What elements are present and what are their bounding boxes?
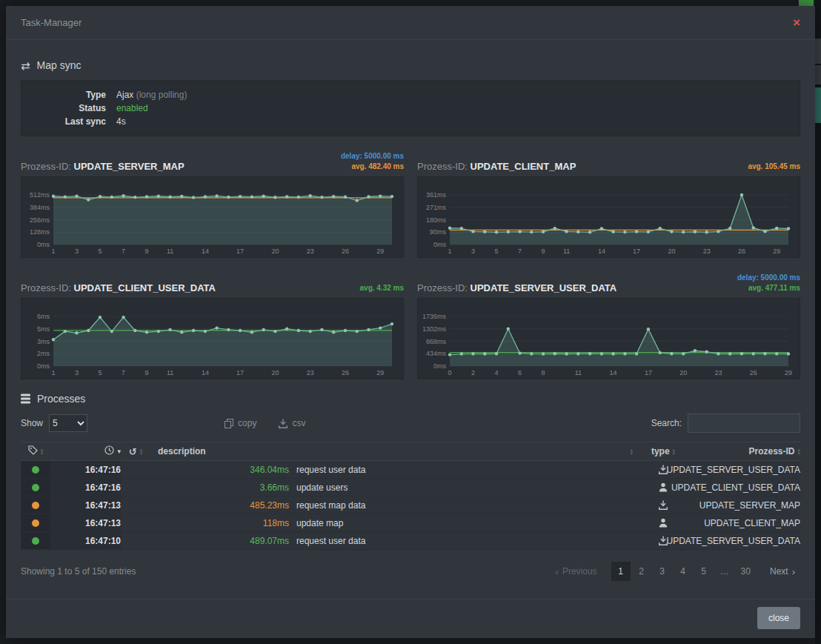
prozess-id-cell: UPDATE_CLIENT_MAP — [689, 514, 800, 531]
charts-grid: Prozess-ID: UPDATE_SERVER_MAP delay: 500… — [21, 147, 800, 379]
table-row[interactable]: 16:47:10489.07msrequest user dataUPDATE_… — [21, 532, 800, 550]
pagination-page-30[interactable]: 30 — [736, 562, 756, 581]
svg-text:23: 23 — [703, 248, 711, 255]
user-icon — [659, 518, 668, 528]
svg-text:20: 20 — [271, 369, 279, 376]
chart-canvas: 0ms90ms180ms271ms361ms135791114172023262… — [423, 183, 794, 256]
svg-text:17: 17 — [633, 248, 640, 255]
header-status-column[interactable] — [21, 445, 50, 457]
header-duration-column[interactable]: ↺ — [121, 447, 150, 457]
modal-close-icon[interactable]: × — [793, 16, 800, 29]
pagination-page-1[interactable]: 1 — [611, 562, 631, 581]
table-row[interactable]: 16:47:13485.23msrequest map dataUPDATE_S… — [21, 497, 800, 514]
copy-button[interactable]: copy — [225, 418, 256, 428]
svg-text:2: 2 — [471, 369, 475, 376]
svg-text:11: 11 — [167, 248, 173, 255]
search-label: Search: — [651, 418, 682, 428]
svg-text:361ms: 361ms — [426, 191, 447, 199]
svg-text:26: 26 — [750, 369, 757, 376]
type-cell — [637, 514, 689, 531]
svg-text:7: 7 — [122, 248, 125, 255]
copy-icon — [225, 419, 233, 428]
csv-button[interactable]: csv — [279, 418, 305, 428]
svg-text:9: 9 — [542, 248, 545, 255]
chart-canvas: 0ms434ms868ms1302ms1736ms024681114172023… — [423, 305, 794, 377]
svg-text:868ms: 868ms — [426, 338, 447, 345]
svg-text:0ms: 0ms — [433, 362, 447, 370]
chevron-right-icon: › — [792, 566, 795, 577]
status-dot — [32, 466, 39, 474]
svg-text:20: 20 — [679, 369, 687, 376]
pagination-page-3[interactable]: 3 — [653, 562, 672, 581]
svg-text:17: 17 — [236, 369, 244, 376]
info-row-last-sync: Last sync 4s — [33, 115, 788, 128]
sort-icon — [140, 448, 143, 455]
status-dot-cell — [21, 514, 50, 531]
last-sync-value: 4s — [116, 115, 126, 128]
map-sync-info-panel: Type Ajax (long polling) Status enabled … — [21, 80, 800, 136]
chevron-left-icon: ‹ — [556, 566, 559, 577]
svg-text:14: 14 — [598, 248, 605, 255]
pagination-page-2[interactable]: 2 — [632, 562, 651, 581]
svg-text:11: 11 — [167, 369, 173, 376]
sort-icon — [41, 448, 44, 455]
pagination-page-4[interactable]: 4 — [674, 562, 693, 581]
svg-text:8: 8 — [542, 369, 545, 376]
table-row[interactable]: 16:47:163.66msupdate usersUPDATE_CLIENT_… — [21, 479, 800, 497]
info-row-type: Type Ajax (long polling) — [33, 88, 788, 102]
chart-avg-label: avg. 477.11 ms — [737, 283, 800, 293]
svg-text:29: 29 — [785, 369, 792, 376]
chart-panel: 0ms90ms180ms271ms361ms135791114172023262… — [417, 176, 800, 258]
svg-text:256ms: 256ms — [30, 216, 50, 224]
chart-meta: delay: 5000.00 ms avg. 482.40 ms — [341, 151, 404, 172]
svg-text:512ms: 512ms — [30, 191, 50, 199]
show-entries-select[interactable]: 5 — [49, 414, 87, 432]
svg-text:384ms: 384ms — [30, 204, 50, 211]
svg-text:5: 5 — [98, 369, 102, 376]
header-type-column[interactable]: type — [637, 446, 689, 457]
page-scrollbar[interactable] — [815, 0, 821, 644]
processes-title: Processes — [37, 393, 85, 405]
chart-avg-label: avg. 482.40 ms — [341, 162, 404, 172]
svg-text:1302ms: 1302ms — [423, 325, 446, 333]
status-dot-cell — [21, 497, 50, 514]
search-input[interactable] — [688, 414, 800, 433]
table-row[interactable]: 16:47:16346.04msrequest user dataUPDATE_… — [21, 461, 800, 479]
pagination-previous[interactable]: ‹Previous — [551, 562, 602, 581]
table-row[interactable]: 16:47:13118msupdate mapUPDATE_CLIENT_MAP — [21, 514, 800, 532]
svg-text:0: 0 — [448, 369, 451, 376]
type-label: Type — [33, 88, 116, 102]
background-fragment-teal — [815, 87, 821, 123]
svg-text:271ms: 271ms — [426, 204, 447, 211]
processes-icon — [21, 394, 30, 404]
status-value: enabled — [116, 102, 148, 115]
svg-text:14: 14 — [202, 248, 209, 255]
description-cell: update users — [289, 479, 637, 496]
svg-text:23: 23 — [714, 369, 722, 376]
header-prozess-id-column[interactable]: Prozess-ID — [689, 446, 800, 457]
close-button[interactable]: close — [757, 607, 800, 629]
header-time-column[interactable] — [50, 445, 121, 457]
pagination-next[interactable]: Next› — [765, 562, 800, 581]
svg-text:17: 17 — [645, 369, 652, 376]
header-description-column[interactable]: description — [150, 446, 637, 457]
chart-delay-label: delay: 5000.00 ms — [341, 151, 404, 162]
table-footer: Showing 1 to 5 of 150 entries ‹Previous1… — [21, 562, 800, 581]
svg-text:9: 9 — [145, 369, 149, 376]
download-icon — [659, 500, 668, 510]
svg-text:7: 7 — [122, 369, 125, 376]
status-dot-cell — [21, 461, 50, 478]
history-icon: ↺ — [129, 447, 137, 457]
svg-text:3: 3 — [471, 248, 475, 255]
svg-text:14: 14 — [202, 369, 209, 376]
clock-icon — [104, 445, 114, 457]
pagination-page-5[interactable]: 5 — [694, 562, 714, 581]
svg-text:5: 5 — [98, 248, 102, 255]
svg-text:29: 29 — [376, 369, 384, 376]
type-value: Ajax (long polling) — [116, 88, 187, 102]
scrollbar-thumb[interactable] — [815, 39, 821, 64]
tag-icon — [28, 445, 38, 457]
svg-text:1: 1 — [51, 369, 55, 376]
processes-section-title: Processes — [21, 393, 800, 405]
svg-text:17: 17 — [236, 248, 244, 255]
